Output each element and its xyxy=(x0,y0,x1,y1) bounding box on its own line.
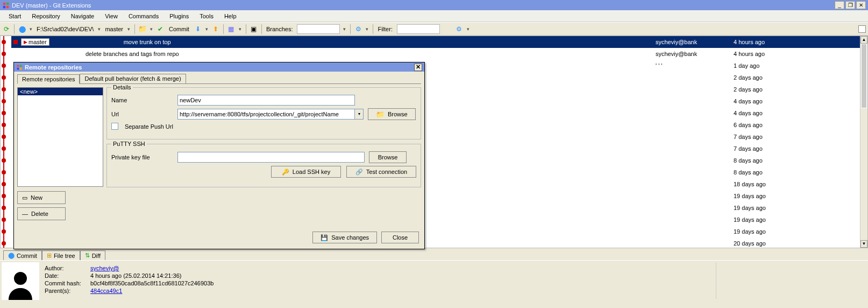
tab-remote-repositories[interactable]: Remote repositories xyxy=(17,74,80,84)
commit-age: 4 days ago xyxy=(734,98,830,104)
graph-node xyxy=(2,64,6,68)
tree-icon: ⊞ xyxy=(47,252,52,259)
tab-diff[interactable]: ⇅ Diff xyxy=(80,250,105,260)
graph-node xyxy=(2,52,6,56)
separate-push-checkbox[interactable] xyxy=(111,123,118,130)
commit-age: 4 hours ago xyxy=(734,51,830,57)
scroll-down-icon[interactable]: ▼ xyxy=(860,240,867,248)
stash-icon[interactable]: ▦ xyxy=(227,25,236,33)
menu-repository[interactable]: Repository xyxy=(26,11,66,21)
terminal-icon[interactable]: ▣ xyxy=(250,25,258,33)
new-remote-button[interactable]: ▭ New xyxy=(17,191,66,204)
separate-push-label: Separate Push Url xyxy=(125,123,173,130)
menu-plugins[interactable]: Plugins xyxy=(164,11,194,21)
commit-row[interactable]: delete branches and tags from reposychev… xyxy=(11,48,860,60)
parent-label: Parent(s): xyxy=(45,287,90,295)
dropdown-icon[interactable]: ▾ xyxy=(204,26,209,32)
dialog-close-button[interactable]: ✕ xyxy=(414,64,422,71)
url-dropdown-button[interactable]: ▾ xyxy=(355,109,364,120)
save-changes-button[interactable]: 💾 Save changes xyxy=(312,232,377,243)
remote-url-input[interactable] xyxy=(177,109,355,120)
dropdown-icon[interactable]: ▾ xyxy=(149,26,154,32)
dialog-title: Remote repositories xyxy=(25,64,82,71)
menu-view[interactable]: View xyxy=(99,11,123,21)
tab-commit[interactable]: ⬤ Commit xyxy=(3,250,42,260)
commit-button[interactable]: Commit xyxy=(167,25,191,33)
browse-key-button[interactable]: Browse xyxy=(369,151,407,163)
commit-age: 6 days ago xyxy=(734,122,830,128)
branch-name[interactable]: master xyxy=(104,26,124,32)
close-button[interactable]: ✕ xyxy=(856,1,866,9)
menu-start[interactable]: Start xyxy=(3,11,26,21)
vertical-scrollbar[interactable]: ▲ ▼ xyxy=(860,36,867,248)
menu-navigate[interactable]: Navigate xyxy=(66,11,99,21)
branch-icon: ▶ xyxy=(24,39,27,45)
separator xyxy=(261,24,262,34)
dropdown-icon[interactable]: ▾ xyxy=(342,26,347,32)
scroll-thumb[interactable] xyxy=(861,44,867,108)
commit-age: 19 days ago xyxy=(734,205,830,211)
commit-detail-pane: Author:sycheviy@ Date:4 hours ago (25.02… xyxy=(0,260,868,300)
separator xyxy=(246,24,246,34)
grip-icon[interactable] xyxy=(858,25,866,33)
fieldset-legend: PuTTY SSH xyxy=(111,141,147,147)
dropdown-icon[interactable]: ▾ xyxy=(238,26,243,32)
globe-icon[interactable]: ⬤ xyxy=(18,25,26,33)
test-connection-button[interactable]: 🔗 Test connection xyxy=(346,166,416,178)
delete-remote-button[interactable]: — Delete xyxy=(17,207,66,220)
dropdown-icon[interactable]: ▾ xyxy=(97,26,102,32)
parent-link[interactable]: 484cca49c1 xyxy=(90,288,122,294)
commit-row[interactable]: ▶mastermove trunk on topsycheviy@bank4 h… xyxy=(11,36,860,48)
refresh-icon[interactable]: ⟳ xyxy=(2,25,11,33)
avatar xyxy=(2,262,39,300)
gear-icon[interactable]: ⚙ xyxy=(354,25,362,33)
text-filter[interactable] xyxy=(397,24,440,34)
window-title: DEV (master) - Git Extensions xyxy=(12,2,91,9)
remotes-listbox[interactable]: <new> xyxy=(17,87,103,187)
load-ssh-button[interactable]: 🔑 Load SSH key xyxy=(271,166,341,178)
ref-label[interactable]: ▶master xyxy=(21,38,49,46)
commit-age: 19 days ago xyxy=(734,193,830,199)
graph-node xyxy=(2,218,6,222)
commit-ok-icon: ✔ xyxy=(156,25,165,33)
maximize-button[interactable]: ❐ xyxy=(845,1,855,9)
menu-help[interactable]: Help xyxy=(219,11,242,21)
commit-author: sycheviy@bank xyxy=(656,39,734,45)
document-icon: ▭ xyxy=(22,194,27,201)
current-marker xyxy=(13,40,18,44)
putty-fieldset: PuTTY SSH Private key file Browse 🔑 Load… xyxy=(106,144,421,187)
folder-icon[interactable]: 📁 xyxy=(138,25,147,33)
bottom-tabs: ⬤ Commit ⊞ File tree ⇅ Diff xyxy=(0,248,868,260)
link-icon: 🔗 xyxy=(355,169,363,176)
commit-message: delete branches and tags from repo xyxy=(11,51,654,57)
commit-age: 19 days ago xyxy=(734,216,830,223)
list-item[interactable]: <new> xyxy=(18,88,103,95)
graph-node xyxy=(2,206,6,210)
minimize-button[interactable]: _ xyxy=(835,1,844,9)
commit-age: 18 days ago xyxy=(734,181,830,187)
menu-tools[interactable]: Tools xyxy=(194,11,219,21)
remote-name-input[interactable] xyxy=(177,95,355,106)
arrow-up-icon[interactable]: ⬆ xyxy=(211,25,220,33)
close-dialog-button[interactable]: Close xyxy=(381,232,419,243)
dropdown-icon[interactable]: ▾ xyxy=(126,26,131,32)
arrow-down-icon[interactable]: ⬇ xyxy=(194,25,202,33)
dropdown-icon[interactable]: ▾ xyxy=(29,26,33,32)
app-icon xyxy=(16,64,23,71)
graph-node xyxy=(2,75,6,80)
gear-icon[interactable]: ⚙ xyxy=(455,25,464,33)
commit-age: 19 days ago xyxy=(734,228,830,235)
menu-commands[interactable]: Commands xyxy=(123,11,164,21)
author-link[interactable]: sycheviy@ xyxy=(90,265,119,271)
scroll-up-icon[interactable]: ▲ xyxy=(860,36,867,44)
commit-age: 4 days ago xyxy=(734,110,830,116)
tab-file-tree[interactable]: ⊞ File tree xyxy=(42,250,80,260)
dropdown-icon[interactable]: ▾ xyxy=(466,26,471,32)
commit-age: 2 days ago xyxy=(734,86,830,93)
private-key-input[interactable] xyxy=(177,152,365,163)
branches-filter[interactable] xyxy=(297,24,340,34)
repo-path[interactable]: F:\Src\ad02\dev\DEV\ xyxy=(35,26,95,32)
browse-url-button[interactable]: 📁 Browse xyxy=(368,108,416,120)
tab-default-pull-behavior[interactable]: Default pull behavior (fetch & merge) xyxy=(80,74,186,83)
dropdown-icon[interactable]: ▾ xyxy=(365,26,369,32)
